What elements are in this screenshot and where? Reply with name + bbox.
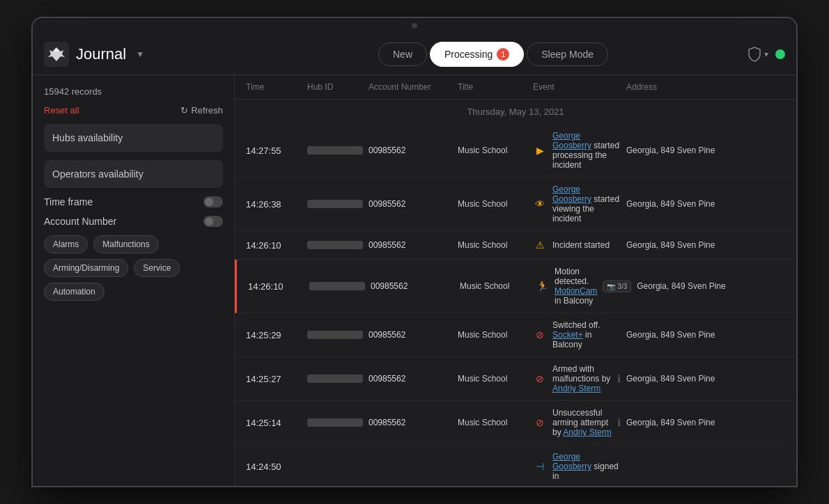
title-cell: Music School <box>458 374 527 384</box>
table-row[interactable]: 14:27:55 ██████ 00985562 Music School ▶ … <box>235 124 796 178</box>
event-cell: 👁 George Goosberry started viewing the i… <box>533 184 621 223</box>
table-row[interactable]: 14:24:50 ⊣ George Goosberry signed in <box>235 445 796 486</box>
account-toggle[interactable] <box>203 216 223 227</box>
col-extra <box>771 82 785 92</box>
records-count: 15942 records <box>44 86 223 97</box>
person-link[interactable]: George Goosberry <box>552 131 591 150</box>
eye-icon: 👁 <box>533 197 547 211</box>
arm-icon: ⊘ <box>533 372 547 386</box>
col-event: Event <box>533 82 621 92</box>
time-cell: 14:25:27 <box>246 374 302 384</box>
tag-automation[interactable]: Automation <box>44 283 104 301</box>
table-row[interactable]: 14:25:29 ██████ 00985562 Music School ⊘ … <box>235 313 796 357</box>
fail-icon: ⊘ <box>533 416 547 430</box>
table-row[interactable]: 14:25:27 ██████ 00985562 Music School ⊘ … <box>235 357 796 401</box>
time-cell: 14:26:38 <box>246 199 302 210</box>
person-link[interactable]: George Goosberry <box>552 452 591 471</box>
top-bar: Journal ▼ New Processing 1 Sleep Mode <box>33 33 796 75</box>
person-link[interactable]: Socket+ <box>552 330 583 340</box>
info-icon[interactable]: ℹ <box>617 373 621 384</box>
timeframe-filter[interactable]: Time frame <box>44 196 223 207</box>
account-cell: 00985562 <box>371 281 454 291</box>
address-cell: Georgia, 849 Sven Pine <box>626 199 766 209</box>
account-number-filter[interactable]: Account Number <box>44 216 223 227</box>
table-body: Thursday, May 13, 2021 14:27:55 ██████ 0… <box>235 100 796 486</box>
time-cell: 14:27:55 <box>246 145 302 156</box>
event-cell: ⊘ Unsuccessful arming attempt by Andriy … <box>533 408 621 437</box>
event-text: George Goosberry signed in <box>552 452 621 481</box>
laptop-frame: Journal ▼ New Processing 1 Sleep Mode <box>31 17 798 487</box>
app-container: Journal ▼ New Processing 1 Sleep Mode <box>33 33 796 486</box>
reset-all-link[interactable]: Reset all <box>44 105 79 116</box>
address-cell: Georgia, 849 Sven Pine <box>626 418 766 427</box>
top-right-controls: ▾ <box>747 47 785 62</box>
title-cell: Music School <box>458 330 527 340</box>
event-text: Switched off. Socket+ in Balcony <box>552 320 621 349</box>
person-link[interactable]: George Goosberry <box>552 184 591 204</box>
refresh-icon: ↻ <box>180 105 188 116</box>
power-icon: ⊘ <box>533 328 547 342</box>
event-text: Incident started <box>552 240 610 250</box>
col-address: Address <box>626 82 766 92</box>
time-cell: 14:26:10 <box>246 240 302 251</box>
hub-id-blurred: ██████ <box>307 331 363 339</box>
event-text: Motion detected. MotionCam in Balcony <box>555 267 597 306</box>
col-title: Title <box>458 82 527 92</box>
shield-dropdown[interactable]: ▾ <box>764 49 768 59</box>
hub-id-blurred: ██████ <box>307 375 363 383</box>
app-logo <box>44 42 69 67</box>
tab-processing[interactable]: Processing 1 <box>430 42 524 67</box>
camera-icon: 📷 <box>607 283 615 290</box>
time-cell: 14:26:10 <box>248 281 304 292</box>
app-title: Journal <box>76 45 126 63</box>
title-cell: Music School <box>458 199 527 209</box>
col-account: Account Number <box>369 82 452 92</box>
timeframe-toggle[interactable] <box>203 196 223 207</box>
event-cell: ⚠ Incident started <box>533 238 621 252</box>
tab-new[interactable]: New <box>378 42 427 66</box>
address-cell: Georgia, 849 Sven Pine <box>626 330 766 340</box>
title-cell: Music School <box>458 240 527 250</box>
tag-service[interactable]: Service <box>134 259 180 277</box>
title-cell: Music School <box>458 145 527 155</box>
event-text: George Goosberry started viewing the inc… <box>552 184 621 223</box>
main-content: 15942 records Reset all ↻ Refresh Hubs a… <box>33 75 796 486</box>
account-cell: 00985562 <box>369 145 452 155</box>
shield-button[interactable]: ▾ <box>747 47 768 62</box>
camera-badge: 📷 3/3 <box>603 281 631 292</box>
tag-malfunctions[interactable]: Malfunctions <box>93 235 158 253</box>
table-row[interactable]: 14:26:10 ██████ 00985562 Music School ⚠ … <box>235 231 796 260</box>
event-cell: ▶ George Goosberry started processing th… <box>533 131 621 170</box>
person-link[interactable]: Andriy Sterm <box>563 427 611 437</box>
time-cell: 14:24:50 <box>246 462 302 472</box>
event-cell: ⊘ Switched off. Socket+ in Balcony <box>533 320 621 349</box>
camera-dot <box>412 23 417 29</box>
tab-sleep-mode[interactable]: Sleep Mode <box>527 42 608 66</box>
table-header: Time Hub ID Account Number Title Event A… <box>235 75 796 100</box>
tag-alarms[interactable]: Alarms <box>44 235 88 253</box>
warning-icon: ⚠ <box>533 238 547 252</box>
account-cell: 00985562 <box>369 418 452 427</box>
event-text: Armed with malfunctions by Andriy Sterm <box>552 364 612 393</box>
table-row[interactable]: 14:26:38 ██████ 00985562 Music School 👁 … <box>235 178 796 231</box>
sidebar: 15942 records Reset all ↻ Refresh Hubs a… <box>33 75 235 486</box>
account-cell: 00985562 <box>369 330 452 340</box>
hubs-availability-filter[interactable]: Hubs availability <box>44 124 223 152</box>
person-link[interactable]: Andriy Sterm <box>552 384 601 393</box>
motion-icon: 🏃 <box>535 279 549 293</box>
logo-area: Journal ▼ <box>44 42 239 67</box>
info-icon[interactable]: ℹ <box>617 417 621 428</box>
table-row[interactable]: 14:26:10 ██████ 00985562 Music School 🏃 … <box>235 260 796 313</box>
hub-id-blurred: ██████ <box>307 241 363 249</box>
content-panel: Time Hub ID Account Number Title Event A… <box>235 75 796 486</box>
refresh-link[interactable]: ↻ Refresh <box>180 105 223 116</box>
hub-id-blurred: ██████ <box>307 418 363 427</box>
event-cell: 🏃 Motion detected. MotionCam in Balcony … <box>535 267 631 306</box>
operators-availability-filter[interactable]: Operators availability <box>44 160 223 188</box>
table-row[interactable]: 14:25:14 ██████ 00985562 Music School ⊘ … <box>235 401 796 445</box>
processing-badge: 1 <box>497 48 509 61</box>
title-dropdown-arrow[interactable]: ▼ <box>136 49 144 59</box>
person-link[interactable]: MotionCam <box>555 286 597 296</box>
account-cell: 00985562 <box>369 199 452 209</box>
tag-arming-disarming[interactable]: Arming/Disarming <box>44 259 128 277</box>
